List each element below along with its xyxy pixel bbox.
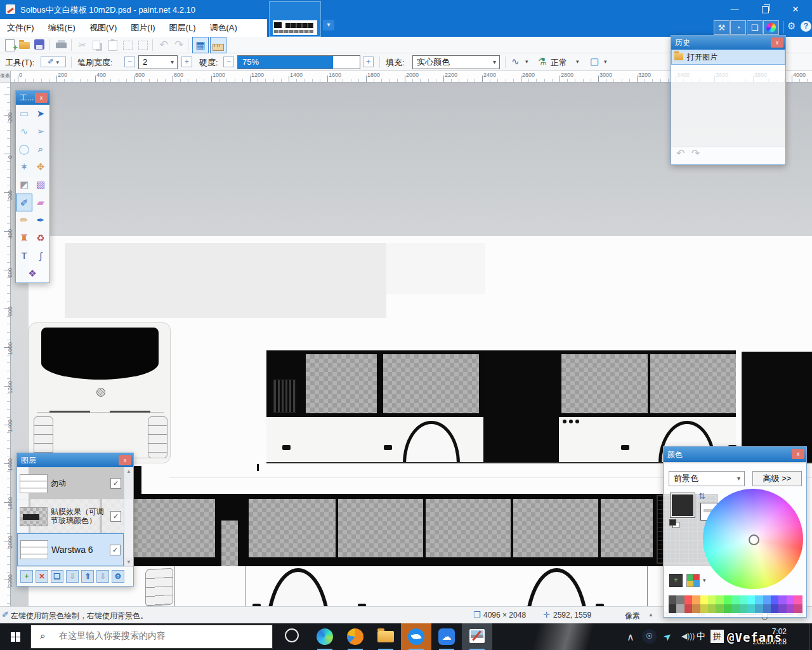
redo-icon[interactable]: ↷ bbox=[691, 148, 700, 159]
palette-swatch[interactable] bbox=[716, 604, 723, 613]
antialiasing-icon[interactable]: ∿ bbox=[511, 56, 520, 67]
recolor-tool[interactable]: ♻ bbox=[32, 229, 49, 247]
palette-swatch[interactable] bbox=[708, 595, 716, 604]
menu-item[interactable]: 编辑(E) bbox=[41, 19, 82, 37]
unit-dropdown[interactable]: 像素 bbox=[625, 611, 640, 621]
lasso-select-tool[interactable]: ∿ bbox=[16, 123, 32, 140]
open-image-tab[interactable] bbox=[269, 1, 321, 37]
close-icon[interactable]: x bbox=[119, 455, 131, 465]
palette-swatch[interactable] bbox=[755, 604, 763, 613]
history-window-title[interactable]: 历史 x bbox=[671, 36, 785, 50]
gradient-tool[interactable]: ▧ bbox=[32, 176, 49, 194]
palette-swatch[interactable] bbox=[787, 604, 794, 613]
palette-swatch[interactable] bbox=[794, 604, 802, 613]
palette-swatch[interactable] bbox=[676, 604, 684, 613]
palette-swatch[interactable] bbox=[692, 595, 700, 604]
toggle-tools-window-button[interactable]: ⚒ bbox=[714, 20, 730, 35]
palette-swatch[interactable] bbox=[684, 604, 692, 613]
swap-colors-icon[interactable]: ⇅ bbox=[698, 491, 705, 501]
delete-layer-button[interactable]: ✕ bbox=[36, 570, 48, 583]
hardness-slider[interactable]: 75% bbox=[237, 55, 360, 69]
layer-visibility-checkbox[interactable]: ✓ bbox=[110, 511, 121, 522]
palette-swatch[interactable] bbox=[771, 604, 778, 613]
history-entry[interactable]: 打开图片 bbox=[671, 50, 785, 65]
blend-mode-value[interactable]: 正常 bbox=[551, 57, 567, 69]
paint-bucket-tool[interactable]: ◩ bbox=[16, 176, 32, 194]
crop-to-selection-button[interactable] bbox=[121, 38, 135, 52]
ellipse-select-tool[interactable]: ◯ bbox=[16, 140, 32, 158]
layer-properties-button[interactable]: ⚙ bbox=[112, 570, 124, 583]
restore-button[interactable] bbox=[750, 0, 780, 19]
palette-swatch[interactable] bbox=[747, 604, 755, 613]
move-layer-down-button[interactable]: ⇓ bbox=[96, 570, 109, 583]
chevron-down-icon[interactable]: ▾ bbox=[576, 58, 579, 65]
color-target-select[interactable]: 前景色▾ bbox=[669, 471, 745, 486]
add-to-palette-icon[interactable]: + bbox=[669, 574, 683, 587]
shapes-tool[interactable]: ❖ bbox=[16, 265, 49, 282]
scroll-down-icon[interactable]: ▼ bbox=[124, 559, 133, 565]
brush-width-combo[interactable]: 2▾ bbox=[138, 55, 178, 69]
ruler-toggle-button[interactable] bbox=[210, 37, 226, 53]
show-desktop-button[interactable] bbox=[809, 623, 812, 650]
ime-mode-indicator[interactable]: 中 bbox=[697, 631, 705, 642]
settings-gear-icon[interactable]: ⚙ bbox=[787, 20, 796, 32]
file-explorer-button[interactable] bbox=[370, 623, 401, 650]
palette-swatch[interactable] bbox=[778, 595, 786, 604]
color-wheel-selector[interactable] bbox=[749, 534, 759, 545]
palette-menu-icon[interactable] bbox=[686, 574, 700, 587]
tools-window-title[interactable]: 工... x bbox=[16, 91, 49, 105]
move-selection-tool[interactable]: ➢ bbox=[32, 123, 49, 140]
palette-swatch[interactable] bbox=[763, 595, 771, 604]
layer-row[interactable]: 贴膜效果（可调节玻璃颜色） ✓ bbox=[17, 500, 124, 533]
volume-icon[interactable]: ◀))) bbox=[681, 632, 695, 640]
eraser-tool[interactable]: ▰ bbox=[32, 194, 49, 211]
move-layer-up-button[interactable]: ⇑ bbox=[81, 570, 94, 583]
palette-swatch[interactable] bbox=[708, 604, 716, 613]
fill-style-combo[interactable]: 实心颜色▾ bbox=[412, 55, 500, 69]
palette-swatch[interactable] bbox=[669, 604, 676, 613]
palette-swatch[interactable] bbox=[724, 604, 731, 613]
new-file-button[interactable] bbox=[3, 38, 16, 52]
open-file-button[interactable] bbox=[18, 38, 32, 52]
steam-tray-icon[interactable]: ☉ bbox=[642, 629, 657, 644]
start-button[interactable] bbox=[0, 623, 30, 650]
palette-swatch[interactable] bbox=[771, 595, 778, 604]
rectangle-select-tool[interactable]: ▭ bbox=[16, 105, 32, 123]
print-button[interactable] bbox=[55, 38, 69, 52]
chevron-down-icon[interactable]: ▾ bbox=[703, 577, 706, 583]
undo-button[interactable]: ↶ bbox=[157, 38, 171, 52]
pencil-tool[interactable]: ✏ bbox=[16, 211, 32, 229]
palette-swatch[interactable] bbox=[724, 595, 731, 604]
minimize-button[interactable]: — bbox=[719, 0, 750, 19]
undo-icon[interactable]: ↶ bbox=[676, 148, 684, 159]
palette-swatch[interactable] bbox=[740, 604, 747, 613]
palette-swatch[interactable] bbox=[794, 595, 802, 604]
colors-window-title[interactable]: 颜色 x bbox=[664, 447, 806, 462]
close-icon[interactable]: x bbox=[792, 449, 804, 459]
palette-swatch[interactable] bbox=[692, 604, 700, 613]
magic-wand-tool[interactable]: ✶ bbox=[16, 158, 32, 176]
cloud-app-button[interactable]: ☁ bbox=[431, 623, 462, 650]
palette-swatch[interactable] bbox=[731, 604, 739, 613]
palette-swatch[interactable] bbox=[669, 595, 676, 604]
foreground-color-swatch[interactable] bbox=[670, 493, 695, 518]
menu-item[interactable]: 图层(L) bbox=[162, 19, 203, 37]
reset-colors-icon[interactable] bbox=[669, 519, 679, 528]
menu-item[interactable]: 文件(F) bbox=[0, 19, 41, 37]
palette-swatch[interactable] bbox=[740, 595, 747, 604]
menu-item[interactable]: 调色(A) bbox=[202, 19, 244, 37]
menu-item[interactable]: 视图(V) bbox=[82, 19, 124, 37]
pinyin-ime-icon[interactable]: 拼 bbox=[710, 630, 724, 643]
help-icon[interactable]: ? bbox=[801, 21, 811, 32]
scroll-up-icon[interactable]: ▲ bbox=[124, 468, 133, 474]
redo-button[interactable]: ↷ bbox=[172, 38, 186, 52]
close-icon[interactable]: x bbox=[771, 37, 783, 48]
save-button[interactable] bbox=[33, 38, 47, 52]
zoom-tool[interactable]: ⌕ bbox=[32, 140, 49, 158]
tray-expand-chevron[interactable]: ∧ bbox=[627, 631, 634, 643]
cut-button[interactable]: ✂ bbox=[75, 38, 89, 52]
selection-mode-icon[interactable]: ▢ bbox=[590, 56, 599, 67]
menu-item[interactable]: 图片(I) bbox=[124, 19, 162, 37]
taskbar-search[interactable]: ⌕ bbox=[30, 625, 273, 649]
paintnet-taskbar-button[interactable] bbox=[462, 623, 492, 650]
